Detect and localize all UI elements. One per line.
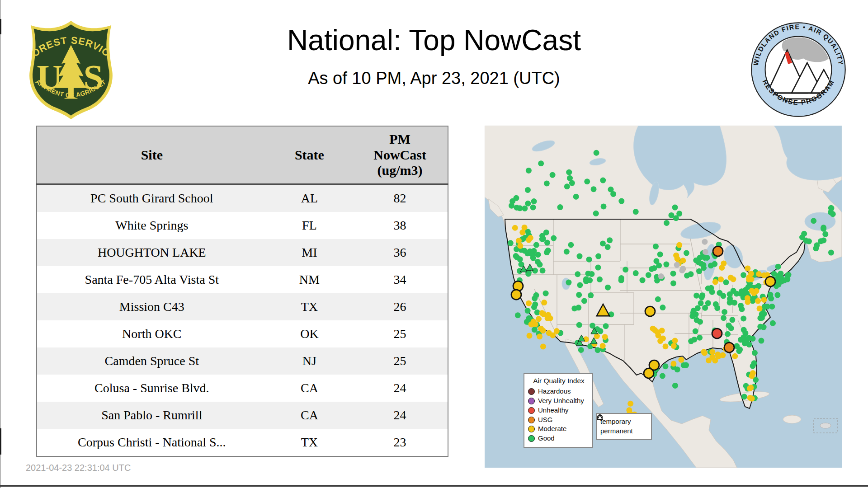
top-nowcast-table: Site State PM NowCast (ug/m3) PC South G…	[36, 126, 448, 457]
monitor-marker	[828, 250, 834, 256]
monitor-marker	[745, 295, 750, 301]
legend-permanent-label: permanent	[600, 427, 633, 436]
monitor-marker	[670, 280, 676, 286]
monitor-marker	[697, 335, 703, 341]
table-row: White SpringsFL38	[37, 212, 448, 239]
monitor-marker	[718, 277, 724, 282]
aqi-legend-label: Very Unhealthy	[538, 397, 584, 405]
monitor-marker	[741, 334, 746, 340]
monitor-marker	[601, 203, 607, 209]
table-row: Mission C43TX26	[37, 293, 448, 320]
monitor-marker	[752, 350, 758, 356]
monitor-marker	[749, 288, 755, 294]
monitor-marker	[541, 300, 547, 305]
monitor-marker	[778, 279, 784, 285]
monitor-marker	[673, 215, 679, 221]
monitor-marker	[517, 243, 523, 249]
monitor-marker	[589, 271, 594, 277]
monitor-marker	[719, 265, 725, 271]
table-row: PC South Girard SchoolAL82	[37, 184, 448, 212]
monitor-marker	[508, 240, 514, 246]
page-edge-mark-bottom	[0, 428, 1, 455]
monitor-marker	[576, 292, 582, 298]
monitor-marker	[693, 328, 698, 334]
monitor-marker	[821, 237, 826, 243]
monitor-marker	[701, 349, 707, 355]
monitor-marker	[517, 256, 523, 262]
generated-timestamp: 2021-04-23 22:31:04 UTC	[26, 463, 131, 473]
monitor-marker	[693, 293, 699, 299]
monitor-marker	[722, 309, 727, 315]
monitor-marker	[543, 291, 549, 296]
monitor-marker	[623, 267, 628, 272]
monitor-marker	[566, 280, 571, 286]
monitor-marker	[730, 276, 736, 282]
monitor-marker	[588, 292, 594, 298]
monitor-marker	[544, 249, 550, 255]
monitor-marker	[517, 205, 523, 211]
monitor-marker	[576, 253, 582, 259]
monitor-marker	[674, 262, 680, 268]
monitor-marker	[741, 315, 746, 321]
monitor-marker	[721, 315, 726, 321]
monitor-marker	[684, 272, 690, 278]
monitor-marker	[516, 238, 522, 244]
monitor-marker	[586, 257, 592, 263]
monitor-marker	[571, 305, 577, 311]
monitor-marker	[600, 343, 606, 349]
monitor-marker	[750, 370, 756, 376]
monitor-marker	[671, 343, 677, 349]
monitor-marker	[690, 310, 696, 315]
monitor-marker	[691, 337, 697, 343]
monitor-marker	[645, 306, 655, 316]
monitor-marker	[660, 305, 665, 310]
monitor-marker	[695, 305, 701, 311]
monitor-marker	[660, 336, 666, 342]
monitor-marker	[605, 285, 611, 291]
monitor-marker	[736, 347, 742, 353]
monitor-marker	[633, 209, 639, 215]
monitor-marker	[526, 168, 532, 174]
monitor-marker	[550, 172, 556, 178]
monitor-marker	[532, 268, 538, 274]
monitor-marker	[577, 282, 583, 288]
monitor-marker	[578, 347, 584, 353]
monitor-marker	[767, 292, 773, 298]
monitor-marker	[575, 271, 580, 277]
monitor-marker	[702, 305, 708, 311]
monitor-marker	[538, 160, 544, 166]
monitor-marker	[594, 150, 599, 156]
monitor-marker	[729, 317, 735, 323]
monitor-marker	[745, 265, 750, 271]
monitor-marker	[532, 301, 538, 307]
monitor-marker	[676, 242, 682, 248]
monitor-marker	[703, 249, 708, 255]
monitor-marker	[532, 327, 538, 333]
monitor-marker	[659, 328, 665, 333]
monitor-marker	[595, 265, 601, 271]
monitor-marker	[539, 233, 545, 239]
monitor-marker	[527, 333, 533, 338]
monitor-marker	[759, 315, 765, 321]
monitor-marker	[583, 278, 589, 284]
monitor-marker	[568, 242, 574, 248]
monitor-marker	[723, 279, 729, 285]
monitor-marker	[511, 290, 521, 300]
monitor-marker	[713, 246, 723, 256]
monitor-marker	[712, 261, 717, 267]
monitor-marker	[528, 250, 534, 256]
monitor-marker	[756, 271, 762, 277]
table-row: HOUGHTON LAKEMI36	[37, 239, 448, 266]
monitor-marker	[540, 267, 546, 273]
monitor-marker	[576, 322, 582, 328]
monitor-marker	[515, 312, 521, 318]
monitor-marker	[746, 274, 752, 280]
monitor-marker	[728, 325, 734, 331]
col-header-pm-nowcast: PM NowCast (ug/m3)	[352, 126, 448, 184]
monitor-marker	[724, 343, 734, 352]
monitor-marker	[775, 264, 781, 270]
aqi-legend-label: USG	[538, 416, 553, 424]
usg-dot-icon	[528, 417, 535, 423]
monitor-marker	[751, 360, 757, 366]
monitor-marker	[699, 294, 705, 300]
